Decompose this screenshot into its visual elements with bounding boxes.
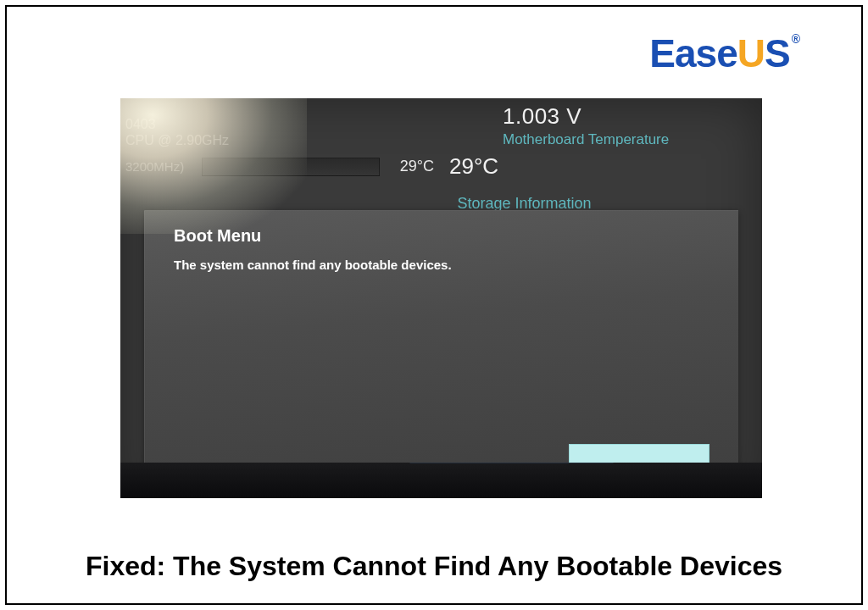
boot-menu-dialog: Boot Menu The system cannot find any boo…	[144, 210, 738, 483]
logo-part-u: U	[737, 31, 765, 75]
logo-part-s: S	[765, 31, 790, 75]
logo-text: EaseUS	[649, 30, 789, 76]
boot-menu-message: The system cannot find any bootable devi…	[174, 258, 709, 272]
temp-large: 29°C	[449, 153, 498, 180]
temp-bar-indicator	[202, 158, 380, 176]
temp-small: 29°C	[385, 158, 434, 175]
easeus-logo: EaseUS ®	[649, 30, 800, 76]
bios-screenshot: 0403 CPU @ 2.90GHz 1.003 V Motherboard T…	[120, 98, 762, 498]
memory-speed-partial: 3200MHz)	[125, 159, 202, 174]
cpu-version-partial: 0403	[125, 116, 229, 132]
card-frame: EaseUS ® 0403 CPU @ 2.90GHz 1.003 V Moth…	[5, 5, 863, 605]
bios-info-panel: 0403 CPU @ 2.90GHz 1.003 V Motherboard T…	[120, 98, 762, 208]
cpu-speed-partial: CPU @ 2.90GHz	[125, 132, 229, 148]
registered-icon: ®	[792, 32, 800, 46]
monitor-bezel	[120, 463, 762, 498]
boot-menu-title: Boot Menu	[174, 226, 709, 246]
voltage-value: 1.003 V	[503, 103, 754, 130]
article-title: Fixed: The System Cannot Find Any Bootab…	[7, 549, 861, 583]
motherboard-temp-label: Motherboard Temperature	[503, 131, 754, 148]
logo-part-ease: Ease	[649, 31, 737, 75]
